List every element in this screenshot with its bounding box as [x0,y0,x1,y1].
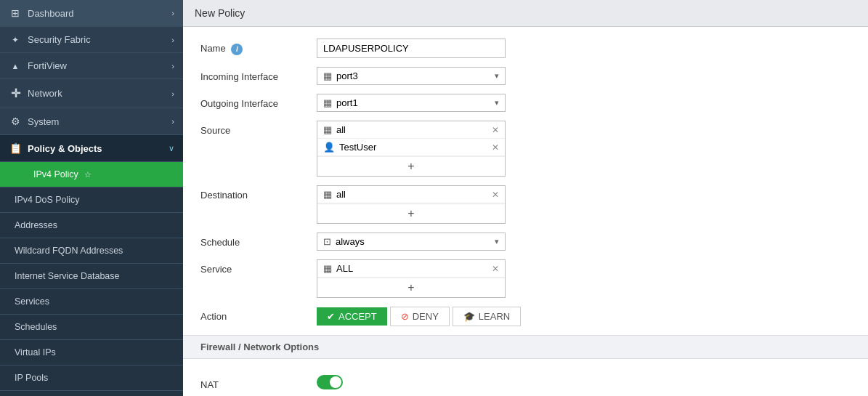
add-service-button[interactable]: + [317,278,505,297]
sidebar-item-label: FortiView [28,60,67,71]
name-field-container [317,39,851,58]
learn-icon: 🎓 [463,311,475,322]
sidebar-item-internet-service-db[interactable]: Internet Service Database [0,264,183,289]
sidebar-item-network[interactable]: ✛ Network › [0,79,183,108]
form-area: Name i Incoming Interface ▦ port3 ▾ [183,27,868,396]
learn-button[interactable]: 🎓 LEARN [453,307,521,326]
outgoing-interface-control: ▦ port1 ▾ [317,94,851,112]
schedule-select[interactable]: ⊡ always ▾ [317,233,506,251]
remove-destination-all-button[interactable]: ✕ [492,190,499,200]
name-input[interactable] [317,39,506,58]
sidebar-item-wildcard-fqdn[interactable]: Wildcard FQDN Addresses [0,238,183,264]
sidebar: ⊞ Dashboard › ✦ Security Fabric › ▲ Fort… [0,0,183,396]
sidebar-item-label: System [28,116,59,127]
service-item-all-text: ALL [336,263,492,274]
sidebar-item-addresses[interactable]: Addresses [0,213,183,238]
dropdown-arrow-icon: ▾ [495,98,499,108]
sidebar-item-label: Network [28,88,62,99]
source-item-all-text: all [336,124,492,135]
sidebar-item-label: Policy & Objects [28,143,102,154]
service-icon: ▦ [323,263,332,274]
outgoing-interface-select[interactable]: ▦ port1 ▾ [317,94,506,112]
sidebar-item-policy-objects[interactable]: 📋 Policy & Objects ∨ [0,135,183,162]
action-row: Action ✔ ACCEPT ⊘ DENY 🎓 LEARN [200,307,851,326]
source-row: Source ▦ all ✕ 👤 TestUser ✕ + [200,121,851,177]
port-icon: ▦ [323,97,332,108]
nat-label: NAT [200,375,317,390]
source-control: ▦ all ✕ 👤 TestUser ✕ + [317,121,851,177]
add-destination-button[interactable]: + [317,203,505,223]
remove-source-testuser-button[interactable]: ✕ [492,142,499,153]
policy-objects-icon: 📋 [9,142,22,154]
name-row: Name i [200,39,851,58]
sidebar-item-ipv4-dos[interactable]: IPv4 DoS Policy [0,187,183,213]
checkmark-icon: ✔ [327,311,335,322]
deny-button[interactable]: ⊘ DENY [390,307,450,326]
action-label: Action [200,307,317,322]
deny-icon: ⊘ [401,311,409,322]
nat-toggle-track [317,375,343,389]
sidebar-item-label: IPv4 Policy [33,169,78,179]
outgoing-interface-value: port1 [336,97,495,108]
nat-toggle[interactable] [317,375,343,389]
service-row: Service ▦ ALL ✕ + [200,259,851,298]
sidebar-item-ipv4-policy[interactable]: IPv4 Policy ☆ [0,162,183,187]
accept-button[interactable]: ✔ ACCEPT [317,307,387,326]
add-source-button[interactable]: + [317,156,505,176]
destination-row: Destination ▦ all ✕ + [200,185,851,224]
remove-source-all-button[interactable]: ✕ [492,125,499,135]
info-icon[interactable]: i [231,44,243,55]
sidebar-item-services[interactable]: Services [0,289,183,315]
destination-multiselect: ▦ all ✕ + [317,185,506,224]
sidebar-item-label: Security Fabric [28,34,91,45]
network-icon: ✛ [9,86,22,100]
sidebar-item-label: Wildcard FQDN Addresses [15,246,123,256]
dashboard-icon: ⊞ [9,7,22,19]
sidebar-item-security-fabric[interactable]: ✦ Security Fabric › [0,27,183,53]
incoming-interface-select[interactable]: ▦ port3 ▾ [317,67,506,85]
security-fabric-icon: ✦ [9,35,22,45]
nat-toggle-thumb [330,376,341,388]
page-title: New Policy [195,7,245,19]
outgoing-interface-row: Outgoing Interface ▦ port1 ▾ [200,94,851,112]
incoming-interface-control: ▦ port3 ▾ [317,67,851,85]
sidebar-item-traffic-shapers[interactable]: Traffic Shapers [0,391,183,396]
source-item-testuser-text: TestUser [339,142,492,153]
dropdown-arrow-icon: ▾ [495,71,499,81]
chevron-down-icon: ∨ [169,144,174,153]
sidebar-item-ip-pools[interactable]: IP Pools [0,365,183,391]
sidebar-item-system[interactable]: ⚙ System › [0,108,183,135]
service-label: Service [200,259,317,275]
sidebar-item-label: Internet Service Database [15,271,120,281]
nat-row: NAT [200,375,851,392]
chevron-right-icon: › [171,62,174,70]
service-multiselect: ▦ ALL ✕ + [317,259,506,298]
sidebar-item-dashboard[interactable]: ⊞ Dashboard › [0,0,183,27]
address-icon: ▦ [323,189,332,200]
chevron-right-icon: › [171,89,174,98]
action-control: ✔ ACCEPT ⊘ DENY 🎓 LEARN [317,307,851,326]
star-icon[interactable]: ☆ [84,170,92,179]
firewall-section: NAT IP Pool Configuration [200,365,851,396]
service-control: ▦ ALL ✕ + [317,259,851,298]
source-item-all: ▦ all ✕ [317,121,505,139]
schedule-label: Schedule [200,233,317,248]
sidebar-item-virtual-ips[interactable]: Virtual IPs [0,340,183,365]
sidebar-item-schedules[interactable]: Schedules [0,315,183,340]
source-item-testuser: 👤 TestUser ✕ [317,139,505,156]
destination-item-all-text: all [336,189,492,200]
user-icon: 👤 [323,142,335,153]
schedule-control: ⊡ always ▾ [317,233,851,251]
incoming-interface-value: port3 [336,70,495,81]
remove-service-all-button[interactable]: ✕ [492,264,499,274]
name-label: Name i [200,39,317,55]
main-content: New Policy Name i Incoming Interface ▦ p… [183,0,868,396]
incoming-interface-label: Incoming Interface [200,67,317,82]
sidebar-item-label: Virtual IPs [15,347,56,357]
chevron-right-icon: › [171,9,174,17]
firewall-section-header: Firewall / Network Options [183,335,868,359]
fortiview-icon: ▲ [9,62,22,70]
incoming-interface-row: Incoming Interface ▦ port3 ▾ [200,67,851,85]
dropdown-arrow-icon: ▾ [495,237,499,246]
sidebar-item-fortiview[interactable]: ▲ FortiView › [0,53,183,79]
